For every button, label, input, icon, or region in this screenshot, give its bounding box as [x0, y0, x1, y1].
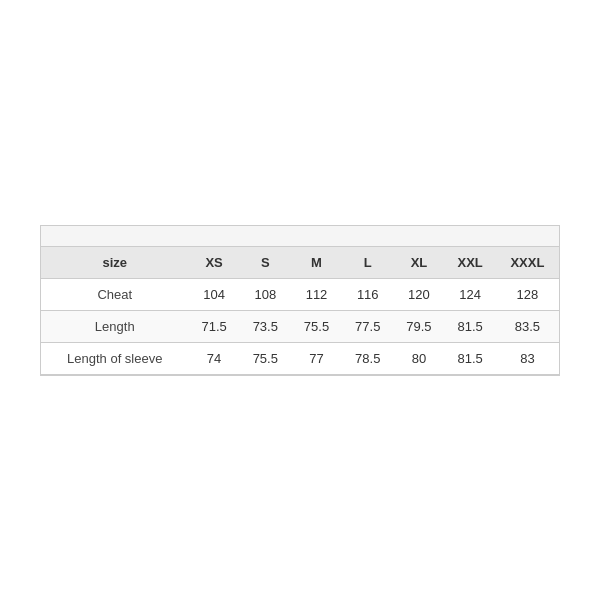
cell-0-5: 124 [445, 278, 496, 310]
column-header-s: S [240, 247, 291, 279]
cell-1-1: 73.5 [240, 310, 291, 342]
cell-1-0: 71.5 [188, 310, 239, 342]
table-row: Length71.573.575.577.579.581.583.5 [41, 310, 559, 342]
cell-1-3: 77.5 [342, 310, 393, 342]
column-header-xxl: XXL [445, 247, 496, 279]
cell-0-6: 128 [496, 278, 559, 310]
row-label-0: Cheat [41, 278, 188, 310]
cell-0-4: 120 [393, 278, 444, 310]
size-chart-title-row [41, 226, 559, 247]
size-chart-table: sizeXSSMLXLXXLXXXL Cheat1041081121161201… [41, 247, 559, 375]
table-row: Length of sleeve7475.57778.58081.583 [41, 342, 559, 374]
cell-2-5: 81.5 [445, 342, 496, 374]
table-header-row: sizeXSSMLXLXXLXXXL [41, 247, 559, 279]
cell-0-1: 108 [240, 278, 291, 310]
size-chart-container: sizeXSSMLXLXXLXXXL Cheat1041081121161201… [40, 225, 560, 376]
cell-2-4: 80 [393, 342, 444, 374]
cell-1-4: 79.5 [393, 310, 444, 342]
column-header-xl: XL [393, 247, 444, 279]
row-label-1: Length [41, 310, 188, 342]
cell-1-2: 75.5 [291, 310, 342, 342]
column-header-xs: XS [188, 247, 239, 279]
cell-1-6: 83.5 [496, 310, 559, 342]
row-label-2: Length of sleeve [41, 342, 188, 374]
column-header-l: L [342, 247, 393, 279]
cell-0-0: 104 [188, 278, 239, 310]
cell-1-5: 81.5 [445, 310, 496, 342]
column-header-m: M [291, 247, 342, 279]
cell-2-6: 83 [496, 342, 559, 374]
table-body: Cheat104108112116120124128Length71.573.5… [41, 278, 559, 374]
cell-2-0: 74 [188, 342, 239, 374]
size-column-header: size [41, 247, 188, 279]
cell-2-1: 75.5 [240, 342, 291, 374]
cell-0-3: 116 [342, 278, 393, 310]
cell-2-3: 78.5 [342, 342, 393, 374]
table-row: Cheat104108112116120124128 [41, 278, 559, 310]
cell-2-2: 77 [291, 342, 342, 374]
cell-0-2: 112 [291, 278, 342, 310]
column-header-xxxl: XXXL [496, 247, 559, 279]
